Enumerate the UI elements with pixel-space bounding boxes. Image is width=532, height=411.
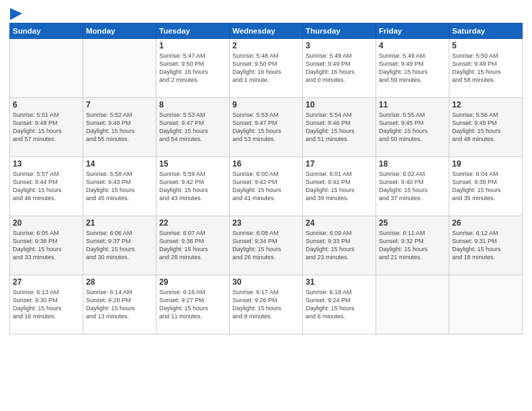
day-number: 31 xyxy=(306,277,373,287)
day-cell: 13Sunrise: 5:57 AM Sunset: 9:44 PM Dayli… xyxy=(10,157,83,216)
day-number: 21 xyxy=(86,218,153,228)
day-cell xyxy=(10,39,83,98)
day-info: Sunrise: 5:56 AM Sunset: 9:45 PM Dayligh… xyxy=(452,111,519,144)
day-number: 14 xyxy=(86,159,153,169)
day-cell: 17Sunrise: 6:01 AM Sunset: 9:41 PM Dayli… xyxy=(303,157,376,216)
day-info: Sunrise: 5:58 AM Sunset: 9:43 PM Dayligh… xyxy=(86,170,153,203)
week-row-1: 1Sunrise: 5:47 AM Sunset: 9:50 PM Daylig… xyxy=(10,39,523,98)
day-number: 28 xyxy=(86,277,153,287)
day-number: 29 xyxy=(159,277,226,287)
day-cell xyxy=(376,275,449,334)
day-cell: 27Sunrise: 6:13 AM Sunset: 9:30 PM Dayli… xyxy=(10,275,83,334)
day-info: Sunrise: 6:11 AM Sunset: 9:32 PM Dayligh… xyxy=(379,229,446,262)
header-thursday: Thursday xyxy=(303,24,376,39)
day-number: 26 xyxy=(452,218,519,228)
day-number: 27 xyxy=(13,277,80,287)
day-cell: 14Sunrise: 5:58 AM Sunset: 9:43 PM Dayli… xyxy=(83,157,157,216)
day-number: 10 xyxy=(306,100,373,109)
week-row-2: 6Sunrise: 5:51 AM Sunset: 9:48 PM Daylig… xyxy=(10,98,523,157)
day-number: 17 xyxy=(306,159,373,169)
day-cell: 26Sunrise: 6:12 AM Sunset: 9:31 PM Dayli… xyxy=(449,216,523,275)
day-info: Sunrise: 6:17 AM Sunset: 9:26 PM Dayligh… xyxy=(232,288,300,321)
header-friday: Friday xyxy=(376,24,449,39)
day-info: Sunrise: 6:18 AM Sunset: 9:24 PM Dayligh… xyxy=(306,288,373,321)
week-row-3: 13Sunrise: 5:57 AM Sunset: 9:44 PM Dayli… xyxy=(10,157,523,216)
day-cell: 18Sunrise: 6:02 AM Sunset: 9:40 PM Dayli… xyxy=(376,157,449,216)
day-number: 23 xyxy=(232,218,300,228)
logo-icon xyxy=(10,8,22,21)
day-cell: 1Sunrise: 5:47 AM Sunset: 9:50 PM Daylig… xyxy=(157,39,230,98)
day-number: 16 xyxy=(232,159,300,169)
svg-marker-0 xyxy=(10,8,22,20)
day-number: 9 xyxy=(232,100,300,109)
page: SundayMondayTuesdayWednesdayThursdayFrid… xyxy=(0,0,532,411)
day-number: 4 xyxy=(379,41,446,50)
day-cell xyxy=(83,39,157,98)
calendar-header-row: SundayMondayTuesdayWednesdayThursdayFrid… xyxy=(10,24,523,39)
day-number: 24 xyxy=(306,218,373,228)
day-info: Sunrise: 6:05 AM Sunset: 9:38 PM Dayligh… xyxy=(13,229,80,262)
day-number: 20 xyxy=(13,218,80,228)
day-cell: 11Sunrise: 5:55 AM Sunset: 9:45 PM Dayli… xyxy=(376,98,449,157)
day-info: Sunrise: 5:49 AM Sunset: 9:49 PM Dayligh… xyxy=(379,52,446,85)
day-number: 22 xyxy=(159,218,226,228)
day-info: Sunrise: 5:47 AM Sunset: 9:50 PM Dayligh… xyxy=(159,52,226,85)
day-number: 15 xyxy=(159,159,226,169)
day-info: Sunrise: 5:55 AM Sunset: 9:45 PM Dayligh… xyxy=(379,111,446,144)
day-number: 18 xyxy=(379,159,446,169)
day-cell: 21Sunrise: 6:06 AM Sunset: 9:37 PM Dayli… xyxy=(83,216,157,275)
day-info: Sunrise: 6:09 AM Sunset: 9:33 PM Dayligh… xyxy=(306,229,373,262)
header-saturday: Saturday xyxy=(449,24,523,39)
day-cell: 16Sunrise: 6:00 AM Sunset: 9:42 PM Dayli… xyxy=(230,157,303,216)
day-cell: 19Sunrise: 6:04 AM Sunset: 9:39 PM Dayli… xyxy=(449,157,523,216)
day-info: Sunrise: 6:12 AM Sunset: 9:31 PM Dayligh… xyxy=(452,229,519,262)
day-cell: 28Sunrise: 6:14 AM Sunset: 9:28 PM Dayli… xyxy=(83,275,157,334)
day-cell: 29Sunrise: 6:16 AM Sunset: 9:27 PM Dayli… xyxy=(157,275,230,334)
day-info: Sunrise: 6:02 AM Sunset: 9:40 PM Dayligh… xyxy=(379,170,446,203)
day-info: Sunrise: 6:13 AM Sunset: 9:30 PM Dayligh… xyxy=(13,288,80,321)
day-cell: 15Sunrise: 5:59 AM Sunset: 9:42 PM Dayli… xyxy=(157,157,230,216)
day-cell: 5Sunrise: 5:50 AM Sunset: 9:49 PM Daylig… xyxy=(449,39,523,98)
day-cell: 22Sunrise: 6:07 AM Sunset: 9:36 PM Dayli… xyxy=(157,216,230,275)
day-info: Sunrise: 5:49 AM Sunset: 9:49 PM Dayligh… xyxy=(306,52,373,85)
day-cell: 2Sunrise: 5:48 AM Sunset: 9:50 PM Daylig… xyxy=(230,39,303,98)
day-cell xyxy=(449,275,523,334)
week-row-4: 20Sunrise: 6:05 AM Sunset: 9:38 PM Dayli… xyxy=(10,216,523,275)
day-cell: 30Sunrise: 6:17 AM Sunset: 9:26 PM Dayli… xyxy=(230,275,303,334)
day-info: Sunrise: 6:08 AM Sunset: 9:34 PM Dayligh… xyxy=(232,229,300,262)
day-cell: 23Sunrise: 6:08 AM Sunset: 9:34 PM Dayli… xyxy=(230,216,303,275)
day-number: 11 xyxy=(379,100,446,109)
day-info: Sunrise: 5:50 AM Sunset: 9:49 PM Dayligh… xyxy=(452,52,519,85)
day-cell: 8Sunrise: 5:53 AM Sunset: 9:47 PM Daylig… xyxy=(157,98,230,157)
day-number: 8 xyxy=(159,100,226,109)
day-number: 6 xyxy=(13,100,80,109)
day-info: Sunrise: 6:16 AM Sunset: 9:27 PM Dayligh… xyxy=(159,288,226,321)
day-info: Sunrise: 6:04 AM Sunset: 9:39 PM Dayligh… xyxy=(452,170,519,203)
day-number: 5 xyxy=(452,41,519,50)
day-info: Sunrise: 6:07 AM Sunset: 9:36 PM Dayligh… xyxy=(159,229,226,262)
day-info: Sunrise: 6:00 AM Sunset: 9:42 PM Dayligh… xyxy=(232,170,300,203)
day-info: Sunrise: 5:54 AM Sunset: 9:46 PM Dayligh… xyxy=(306,111,373,144)
day-cell: 3Sunrise: 5:49 AM Sunset: 9:49 PM Daylig… xyxy=(303,39,376,98)
day-number: 30 xyxy=(232,277,300,287)
day-number: 3 xyxy=(306,41,373,50)
day-info: Sunrise: 6:14 AM Sunset: 9:28 PM Dayligh… xyxy=(86,288,153,321)
day-info: Sunrise: 5:57 AM Sunset: 9:44 PM Dayligh… xyxy=(13,170,80,203)
header-tuesday: Tuesday xyxy=(157,24,230,39)
day-info: Sunrise: 6:06 AM Sunset: 9:37 PM Dayligh… xyxy=(86,229,153,262)
day-cell: 4Sunrise: 5:49 AM Sunset: 9:49 PM Daylig… xyxy=(376,39,449,98)
day-cell: 31Sunrise: 6:18 AM Sunset: 9:24 PM Dayli… xyxy=(303,275,376,334)
day-number: 12 xyxy=(452,100,519,109)
day-cell: 12Sunrise: 5:56 AM Sunset: 9:45 PM Dayli… xyxy=(449,98,523,157)
day-number: 19 xyxy=(452,159,519,169)
day-info: Sunrise: 5:59 AM Sunset: 9:42 PM Dayligh… xyxy=(159,170,226,203)
header-wednesday: Wednesday xyxy=(230,24,303,39)
day-info: Sunrise: 6:01 AM Sunset: 9:41 PM Dayligh… xyxy=(306,170,373,203)
day-cell: 7Sunrise: 5:52 AM Sunset: 9:48 PM Daylig… xyxy=(83,98,157,157)
day-info: Sunrise: 5:52 AM Sunset: 9:48 PM Dayligh… xyxy=(86,111,153,144)
day-cell: 20Sunrise: 6:05 AM Sunset: 9:38 PM Dayli… xyxy=(10,216,83,275)
day-cell: 24Sunrise: 6:09 AM Sunset: 9:33 PM Dayli… xyxy=(303,216,376,275)
logo xyxy=(9,9,22,20)
header xyxy=(9,7,523,20)
day-cell: 10Sunrise: 5:54 AM Sunset: 9:46 PM Dayli… xyxy=(303,98,376,157)
